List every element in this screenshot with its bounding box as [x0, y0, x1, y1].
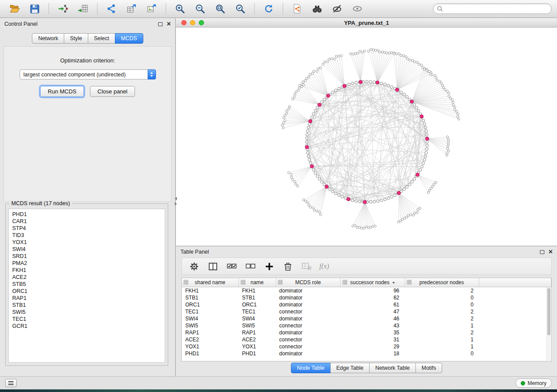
table-cell: connector	[276, 322, 340, 329]
open-file-button[interactable]	[5, 2, 24, 16]
close-panel-button[interactable]: Close panel	[90, 86, 135, 97]
table-row[interactable]: SWI4SWI4dominator462	[182, 315, 551, 322]
table-row[interactable]: RAP1RAP1dominator352	[182, 329, 551, 336]
first-neighbors-button[interactable]	[308, 2, 326, 16]
memory-button[interactable]: Memory	[515, 378, 552, 388]
table-row[interactable]: TEC1TEC1connector472	[182, 308, 551, 315]
tab-node-table[interactable]: Node Table	[291, 363, 331, 373]
network-canvas[interactable]	[176, 28, 557, 246]
deselect-all-button[interactable]	[244, 260, 256, 272]
tab-network-table[interactable]: Network Table	[369, 363, 416, 373]
table-row[interactable]: SWI5SWI5connector431	[182, 322, 551, 329]
column-header-successor-nodes[interactable]: successor nodes	[340, 278, 405, 287]
mcds-node-item[interactable]: PMA2	[9, 260, 165, 267]
sort-caret-icon	[392, 282, 395, 284]
zoom-selected-button[interactable]	[231, 2, 249, 16]
table-row[interactable]: ORC1ORC1dominator610	[182, 301, 551, 308]
mcds-result-list[interactable]: PHD1CAR1STP4TID3YOX1SWI4SRD1PMA2FKH1ACE2…	[8, 209, 165, 363]
mcds-node-item[interactable]: RAP1	[9, 295, 165, 302]
network-window: YPA_prune.txt_1	[176, 18, 557, 246]
column-header-name[interactable]: name	[239, 278, 276, 287]
close-table-panel-icon[interactable]: ×	[549, 248, 553, 255]
column-header-shared-name[interactable]: shared name	[182, 278, 239, 287]
zoom-in-button[interactable]	[171, 2, 189, 16]
table-row[interactable]: YOX1YOX1connector291	[182, 343, 551, 350]
tab-network[interactable]: Network	[32, 33, 64, 44]
window-maximize-button[interactable]	[199, 20, 204, 25]
mcds-node-item[interactable]: FKH1	[9, 267, 165, 274]
import-table-button[interactable]	[74, 2, 92, 16]
hide-selected-button[interactable]	[328, 2, 346, 16]
mcds-node-item[interactable]: TID3	[9, 232, 165, 239]
tab-style[interactable]: Style	[64, 33, 88, 44]
zoom-out-icon	[195, 3, 205, 14]
gear-icon	[189, 261, 199, 272]
table-cell: connector	[276, 308, 340, 315]
zoom-fit-button[interactable]	[211, 2, 229, 16]
table-cell: 1	[405, 322, 479, 329]
refresh-button[interactable]	[259, 2, 278, 16]
toolbar-separator	[166, 3, 166, 14]
network-graph[interactable]	[176, 28, 557, 246]
zoom-out-button[interactable]	[191, 2, 209, 16]
mcds-node-item[interactable]: PHD1	[9, 211, 165, 218]
mcds-node-item[interactable]: STP4	[9, 225, 165, 232]
mcds-node-item[interactable]: ORC1	[9, 288, 165, 295]
float-table-panel-icon[interactable]	[540, 250, 544, 254]
mcds-node-item[interactable]: SWI5	[9, 309, 165, 316]
table-scrollbar[interactable]	[547, 287, 551, 361]
mcds-node-item[interactable]: STB5	[9, 281, 165, 288]
tab-mcds[interactable]: MCDS	[115, 33, 143, 44]
mcds-node-item[interactable]: SWI4	[9, 246, 165, 253]
export-table-button[interactable]	[122, 2, 141, 16]
optimization-criterion-dropdown[interactable]: largest connected component (undirected)	[20, 69, 156, 79]
mcds-node-item[interactable]: ACE2	[9, 274, 165, 281]
export-image-button[interactable]	[142, 2, 161, 16]
task-history-button[interactable]	[5, 379, 17, 387]
float-panel-icon[interactable]	[158, 22, 163, 26]
table-row[interactable]: FKH1FKH1dominator962	[182, 287, 551, 294]
table-cell: 29	[340, 343, 405, 350]
tab-edge-table[interactable]: Edge Table	[330, 363, 370, 373]
global-search-box[interactable]	[433, 3, 552, 14]
column-type-icon	[278, 280, 283, 285]
mcds-node-item[interactable]: SRD1	[9, 253, 165, 260]
search-input[interactable]	[446, 5, 548, 12]
mcds-node-item[interactable]: YOX1	[9, 239, 165, 246]
panel-splitter[interactable]	[174, 196, 177, 207]
save-session-button[interactable]	[25, 2, 44, 16]
tab-motifs[interactable]: Motifs	[415, 363, 442, 373]
table-cell: 31	[340, 336, 405, 343]
refresh-icon	[263, 3, 274, 14]
select-all-button[interactable]	[225, 260, 238, 272]
table-settings-button[interactable]	[188, 260, 200, 272]
window-minimize-button[interactable]	[190, 20, 195, 25]
tab-select[interactable]: Select	[88, 33, 115, 44]
delete-row-button[interactable]	[282, 260, 294, 272]
close-panel-icon[interactable]: ×	[167, 21, 171, 28]
column-header-predecessor-nodes[interactable]: predecessor nodes	[405, 278, 479, 287]
add-row-button[interactable]	[263, 260, 275, 272]
mcds-node-item[interactable]: GCR1	[9, 323, 165, 330]
mcds-node-item[interactable]: STB1	[9, 302, 165, 309]
table-cell: dominator	[276, 287, 340, 294]
control-panel-tabs: Network Style Select MCDS	[0, 33, 175, 44]
toolbar-separator	[48, 3, 49, 14]
mcds-node-item[interactable]: CAR1	[9, 218, 165, 225]
table-row[interactable]: ACE2ACE2connector311	[182, 336, 551, 343]
window-close-button[interactable]	[181, 20, 187, 25]
show-details-button[interactable]	[348, 2, 367, 16]
column-header-mcds-role[interactable]: MCDS role	[276, 278, 340, 287]
table-cell: RAP1	[239, 329, 276, 336]
table-scrollbar-thumb[interactable]	[547, 288, 550, 335]
run-mcds-button[interactable]: Run MCDS	[40, 86, 84, 97]
export-network-button[interactable]	[102, 2, 121, 16]
mcds-node-item[interactable]: TEC1	[9, 316, 165, 323]
table-row[interactable]: PHD1PHD1dominator180	[182, 350, 551, 357]
import-network-button[interactable]	[54, 2, 72, 16]
columns-icon	[208, 261, 218, 272]
zoom-in-icon	[175, 3, 185, 14]
new-network-from-selection-button[interactable]	[288, 2, 306, 16]
column-layout-button[interactable]	[207, 260, 219, 272]
table-row[interactable]: STB1STB1dominator620	[182, 294, 551, 301]
